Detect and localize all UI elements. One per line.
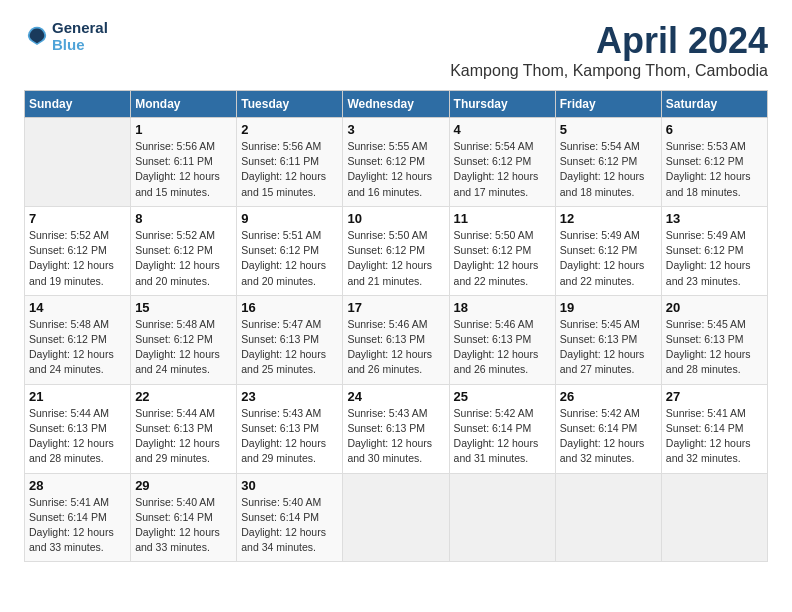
col-header-monday: Monday [131,91,237,118]
day-info: Sunrise: 5:56 AMSunset: 6:11 PMDaylight:… [135,139,232,200]
calendar-cell: 25Sunrise: 5:42 AMSunset: 6:14 PMDayligh… [449,384,555,473]
day-info: Sunrise: 5:51 AMSunset: 6:12 PMDaylight:… [241,228,338,289]
day-number: 25 [454,389,551,404]
week-row-0: 1Sunrise: 5:56 AMSunset: 6:11 PMDaylight… [25,118,768,207]
calendar-cell: 3Sunrise: 5:55 AMSunset: 6:12 PMDaylight… [343,118,449,207]
day-info: Sunrise: 5:44 AMSunset: 6:13 PMDaylight:… [29,406,126,467]
calendar-cell: 7Sunrise: 5:52 AMSunset: 6:12 PMDaylight… [25,206,131,295]
day-number: 21 [29,389,126,404]
col-header-tuesday: Tuesday [237,91,343,118]
day-info: Sunrise: 5:54 AMSunset: 6:12 PMDaylight:… [560,139,657,200]
day-info: Sunrise: 5:52 AMSunset: 6:12 PMDaylight:… [29,228,126,289]
calendar-cell: 1Sunrise: 5:56 AMSunset: 6:11 PMDaylight… [131,118,237,207]
day-info: Sunrise: 5:48 AMSunset: 6:12 PMDaylight:… [29,317,126,378]
day-number: 9 [241,211,338,226]
day-info: Sunrise: 5:50 AMSunset: 6:12 PMDaylight:… [454,228,551,289]
day-number: 8 [135,211,232,226]
day-number: 19 [560,300,657,315]
calendar-cell: 21Sunrise: 5:44 AMSunset: 6:13 PMDayligh… [25,384,131,473]
calendar-cell: 9Sunrise: 5:51 AMSunset: 6:12 PMDaylight… [237,206,343,295]
day-number: 12 [560,211,657,226]
col-header-friday: Friday [555,91,661,118]
calendar-cell: 15Sunrise: 5:48 AMSunset: 6:12 PMDayligh… [131,295,237,384]
calendar-cell: 17Sunrise: 5:46 AMSunset: 6:13 PMDayligh… [343,295,449,384]
day-number: 16 [241,300,338,315]
calendar-cell: 22Sunrise: 5:44 AMSunset: 6:13 PMDayligh… [131,384,237,473]
calendar-cell: 8Sunrise: 5:52 AMSunset: 6:12 PMDaylight… [131,206,237,295]
calendar-cell: 10Sunrise: 5:50 AMSunset: 6:12 PMDayligh… [343,206,449,295]
day-info: Sunrise: 5:49 AMSunset: 6:12 PMDaylight:… [560,228,657,289]
week-row-2: 14Sunrise: 5:48 AMSunset: 6:12 PMDayligh… [25,295,768,384]
calendar-cell [449,473,555,562]
day-number: 15 [135,300,232,315]
day-number: 17 [347,300,444,315]
day-number: 28 [29,478,126,493]
day-number: 10 [347,211,444,226]
day-info: Sunrise: 5:55 AMSunset: 6:12 PMDaylight:… [347,139,444,200]
day-info: Sunrise: 5:43 AMSunset: 6:13 PMDaylight:… [347,406,444,467]
day-number: 30 [241,478,338,493]
day-info: Sunrise: 5:56 AMSunset: 6:11 PMDaylight:… [241,139,338,200]
day-number: 26 [560,389,657,404]
day-info: Sunrise: 5:48 AMSunset: 6:12 PMDaylight:… [135,317,232,378]
day-number: 14 [29,300,126,315]
calendar-cell: 2Sunrise: 5:56 AMSunset: 6:11 PMDaylight… [237,118,343,207]
day-number: 11 [454,211,551,226]
col-header-wednesday: Wednesday [343,91,449,118]
day-number: 1 [135,122,232,137]
calendar-cell: 27Sunrise: 5:41 AMSunset: 6:14 PMDayligh… [661,384,767,473]
logo: General Blue [24,20,108,53]
main-title: April 2024 [450,20,768,62]
calendar-cell: 29Sunrise: 5:40 AMSunset: 6:14 PMDayligh… [131,473,237,562]
calendar-cell [661,473,767,562]
calendar-cell [25,118,131,207]
calendar-cell: 28Sunrise: 5:41 AMSunset: 6:14 PMDayligh… [25,473,131,562]
calendar-cell: 20Sunrise: 5:45 AMSunset: 6:13 PMDayligh… [661,295,767,384]
day-number: 5 [560,122,657,137]
week-row-4: 28Sunrise: 5:41 AMSunset: 6:14 PMDayligh… [25,473,768,562]
calendar-cell [555,473,661,562]
day-info: Sunrise: 5:45 AMSunset: 6:13 PMDaylight:… [666,317,763,378]
calendar-cell: 6Sunrise: 5:53 AMSunset: 6:12 PMDaylight… [661,118,767,207]
day-number: 23 [241,389,338,404]
day-info: Sunrise: 5:50 AMSunset: 6:12 PMDaylight:… [347,228,444,289]
day-info: Sunrise: 5:45 AMSunset: 6:13 PMDaylight:… [560,317,657,378]
calendar-cell: 5Sunrise: 5:54 AMSunset: 6:12 PMDaylight… [555,118,661,207]
day-info: Sunrise: 5:54 AMSunset: 6:12 PMDaylight:… [454,139,551,200]
day-info: Sunrise: 5:41 AMSunset: 6:14 PMDaylight:… [29,495,126,556]
day-info: Sunrise: 5:49 AMSunset: 6:12 PMDaylight:… [666,228,763,289]
col-header-sunday: Sunday [25,91,131,118]
col-header-thursday: Thursday [449,91,555,118]
day-number: 3 [347,122,444,137]
day-info: Sunrise: 5:47 AMSunset: 6:13 PMDaylight:… [241,317,338,378]
day-info: Sunrise: 5:42 AMSunset: 6:14 PMDaylight:… [560,406,657,467]
day-number: 6 [666,122,763,137]
day-number: 20 [666,300,763,315]
day-info: Sunrise: 5:46 AMSunset: 6:13 PMDaylight:… [347,317,444,378]
day-info: Sunrise: 5:46 AMSunset: 6:13 PMDaylight:… [454,317,551,378]
day-number: 2 [241,122,338,137]
day-number: 29 [135,478,232,493]
day-info: Sunrise: 5:44 AMSunset: 6:13 PMDaylight:… [135,406,232,467]
day-number: 18 [454,300,551,315]
day-number: 27 [666,389,763,404]
logo-line2: Blue [52,37,108,54]
calendar-cell: 19Sunrise: 5:45 AMSunset: 6:13 PMDayligh… [555,295,661,384]
title-block: April 2024 Kampong Thom, Kampong Thom, C… [450,20,768,80]
calendar-cell: 23Sunrise: 5:43 AMSunset: 6:13 PMDayligh… [237,384,343,473]
day-info: Sunrise: 5:40 AMSunset: 6:14 PMDaylight:… [135,495,232,556]
col-header-saturday: Saturday [661,91,767,118]
day-info: Sunrise: 5:53 AMSunset: 6:12 PMDaylight:… [666,139,763,200]
calendar-table: SundayMondayTuesdayWednesdayThursdayFrid… [24,90,768,562]
calendar-cell: 16Sunrise: 5:47 AMSunset: 6:13 PMDayligh… [237,295,343,384]
day-info: Sunrise: 5:40 AMSunset: 6:14 PMDaylight:… [241,495,338,556]
calendar-cell [343,473,449,562]
week-row-1: 7Sunrise: 5:52 AMSunset: 6:12 PMDaylight… [25,206,768,295]
logo-icon [26,24,48,46]
day-info: Sunrise: 5:52 AMSunset: 6:12 PMDaylight:… [135,228,232,289]
calendar-cell: 13Sunrise: 5:49 AMSunset: 6:12 PMDayligh… [661,206,767,295]
calendar-cell: 4Sunrise: 5:54 AMSunset: 6:12 PMDaylight… [449,118,555,207]
day-number: 4 [454,122,551,137]
week-row-3: 21Sunrise: 5:44 AMSunset: 6:13 PMDayligh… [25,384,768,473]
subtitle: Kampong Thom, Kampong Thom, Cambodia [450,62,768,80]
